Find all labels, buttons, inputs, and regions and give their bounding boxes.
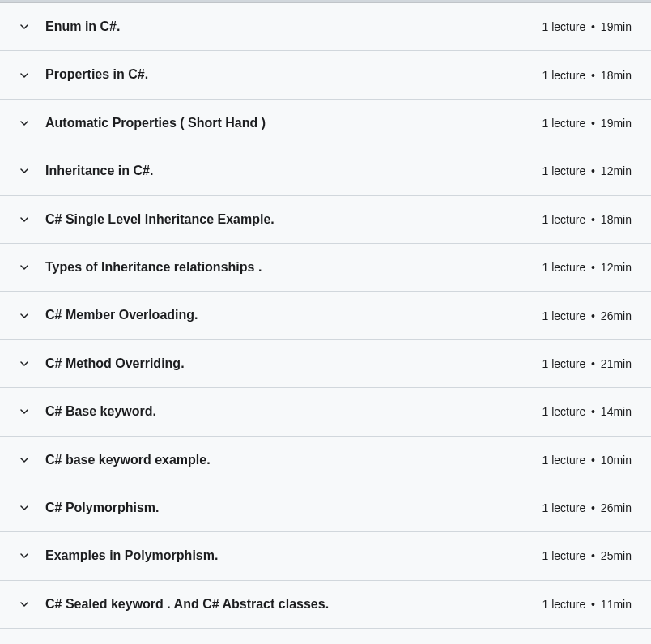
section-meta: 1 lecture • 14min	[542, 405, 632, 418]
section-lectures: 1 lecture	[542, 20, 585, 33]
dot-separator: •	[591, 405, 595, 418]
section-lectures: 1 lecture	[542, 164, 585, 177]
section-title: C# Sealed keyword . And C# Abstract clas…	[45, 595, 529, 613]
section-title: C# Member Overloading.	[45, 306, 529, 324]
chevron-down-icon	[19, 70, 29, 80]
section-duration: 14min	[601, 405, 632, 418]
section-meta: 1 lecture • 21min	[542, 357, 632, 370]
section-lectures: 1 lecture	[542, 117, 585, 130]
chevron-down-icon	[19, 407, 29, 416]
section-lectures: 1 lecture	[542, 357, 585, 370]
dot-separator: •	[591, 598, 595, 611]
section-row[interactable]: Properties in C#. 1 lecture • 18min	[0, 51, 651, 99]
section-duration: 10min	[601, 454, 632, 467]
section-meta: 1 lecture • 19min	[542, 117, 632, 130]
course-section-list: Enum in C#. 1 lecture • 19min Properties…	[0, 3, 651, 629]
section-title: Properties in C#.	[45, 66, 529, 83]
section-duration: 19min	[601, 20, 632, 33]
dot-separator: •	[591, 309, 595, 322]
section-meta: 1 lecture • 18min	[542, 213, 632, 226]
dot-separator: •	[591, 454, 595, 467]
section-meta: 1 lecture • 26min	[542, 309, 632, 322]
section-row[interactable]: C# Method Overriding. 1 lecture • 21min	[0, 340, 651, 388]
section-duration: 19min	[601, 117, 632, 130]
dot-separator: •	[591, 357, 595, 370]
section-lectures: 1 lecture	[542, 69, 585, 82]
section-lectures: 1 lecture	[542, 213, 585, 226]
section-title: C# base keyword example.	[45, 451, 529, 469]
section-meta: 1 lecture • 10min	[542, 454, 632, 467]
dot-separator: •	[591, 117, 595, 130]
chevron-down-icon	[19, 166, 29, 176]
section-row[interactable]: Examples in Polymorphism. 1 lecture • 25…	[0, 532, 651, 580]
chevron-down-icon	[19, 215, 29, 224]
dot-separator: •	[591, 20, 595, 33]
dot-separator: •	[591, 164, 595, 177]
chevron-down-icon	[19, 455, 29, 465]
section-duration: 11min	[601, 598, 632, 611]
section-duration: 26min	[601, 309, 632, 322]
section-title: Enum in C#.	[45, 18, 529, 36]
section-lectures: 1 lecture	[542, 309, 585, 322]
section-row[interactable]: Automatic Properties ( Short Hand ) 1 le…	[0, 100, 651, 147]
section-meta: 1 lecture • 12min	[542, 164, 632, 177]
section-lectures: 1 lecture	[542, 454, 585, 467]
section-row[interactable]: C# Sealed keyword . And C# Abstract clas…	[0, 581, 651, 629]
section-title: Types of Inheritance relationships .	[45, 258, 529, 276]
section-title: C# Single Level Inheritance Example.	[45, 211, 529, 228]
dot-separator: •	[591, 549, 595, 562]
section-meta: 1 lecture • 26min	[542, 501, 632, 514]
section-row[interactable]: C# Member Overloading. 1 lecture • 26min	[0, 292, 651, 339]
dot-separator: •	[591, 213, 595, 226]
section-duration: 12min	[601, 261, 632, 274]
section-lectures: 1 lecture	[542, 405, 585, 418]
section-title: Inheritance in C#.	[45, 162, 529, 180]
chevron-down-icon	[19, 599, 29, 609]
section-meta: 1 lecture • 12min	[542, 261, 632, 274]
section-row[interactable]: Enum in C#. 1 lecture • 19min	[0, 3, 651, 51]
section-title: Automatic Properties ( Short Hand )	[45, 114, 529, 132]
section-duration: 18min	[601, 69, 632, 82]
section-title: C# Method Overriding.	[45, 355, 529, 373]
section-lectures: 1 lecture	[542, 549, 585, 562]
chevron-down-icon	[19, 551, 29, 561]
chevron-down-icon	[19, 359, 29, 369]
section-lectures: 1 lecture	[542, 598, 585, 611]
section-row[interactable]: C# Single Level Inheritance Example. 1 l…	[0, 196, 651, 244]
section-title: C# Polymorphism.	[45, 499, 529, 517]
section-meta: 1 lecture • 11min	[542, 598, 632, 611]
section-meta: 1 lecture • 19min	[542, 20, 632, 33]
section-meta: 1 lecture • 18min	[542, 69, 632, 82]
section-duration: 18min	[601, 213, 632, 226]
dot-separator: •	[591, 261, 595, 274]
section-duration: 21min	[601, 357, 632, 370]
section-lectures: 1 lecture	[542, 501, 585, 514]
section-meta: 1 lecture • 25min	[542, 549, 632, 562]
chevron-down-icon	[19, 503, 29, 513]
dot-separator: •	[591, 69, 595, 82]
section-duration: 25min	[601, 549, 632, 562]
section-duration: 12min	[601, 164, 632, 177]
chevron-down-icon	[19, 118, 29, 128]
section-row[interactable]: C# base keyword example. 1 lecture • 10m…	[0, 437, 651, 484]
section-title: C# Base keyword.	[45, 403, 529, 420]
section-row[interactable]: Inheritance in C#. 1 lecture • 12min	[0, 147, 651, 195]
section-row[interactable]: C# Base keyword. 1 lecture • 14min	[0, 388, 651, 436]
section-row[interactable]: C# Polymorphism. 1 lecture • 26min	[0, 484, 651, 532]
section-row[interactable]: Types of Inheritance relationships . 1 l…	[0, 244, 651, 292]
chevron-down-icon	[19, 22, 29, 32]
chevron-down-icon	[19, 262, 29, 272]
section-lectures: 1 lecture	[542, 261, 585, 274]
dot-separator: •	[591, 501, 595, 514]
chevron-down-icon	[19, 311, 29, 321]
section-title: Examples in Polymorphism.	[45, 547, 529, 565]
section-duration: 26min	[601, 501, 632, 514]
